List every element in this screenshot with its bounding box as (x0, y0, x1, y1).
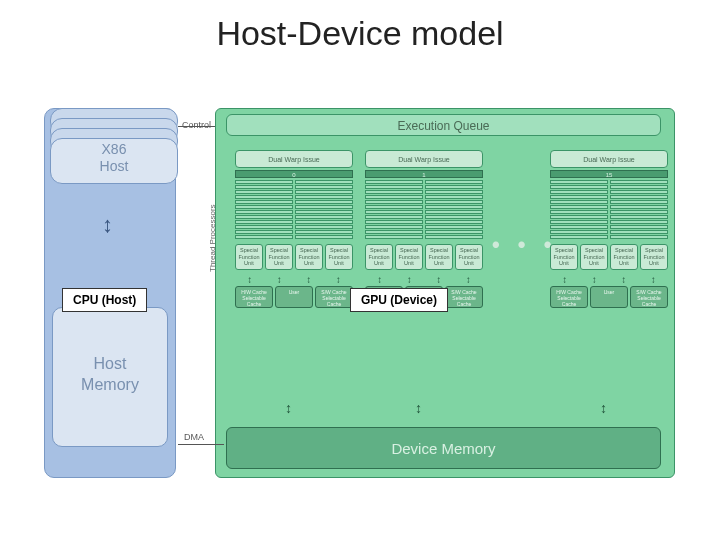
func-unit: Special Function Unit (640, 244, 668, 270)
sm-index: 0 (235, 170, 353, 178)
arrow-row: ↕↕↕↕ (550, 274, 668, 284)
cpu-label-1: X86 (51, 141, 177, 158)
cache-hw: H/W Cache Selectable Cache (550, 286, 588, 308)
func-unit: Special Function Unit (395, 244, 423, 270)
cpu-front: X86 Host (50, 138, 178, 184)
device-memory: Device Memory (226, 427, 661, 469)
func-unit: Special Function Unit (365, 244, 393, 270)
control-label: Control (182, 120, 211, 130)
func-unit: Special Function Unit (455, 244, 483, 270)
gpu-callout: GPU (Device) (350, 288, 448, 312)
cpu-label-2: Host (51, 158, 177, 175)
cache-user: User (590, 286, 628, 308)
sm-index: 1 (365, 170, 483, 178)
cache-sw: S/W Cache Selectable Cache (315, 286, 353, 308)
dma-line (178, 444, 224, 445)
arrow-row: ↕↕↕↕ (235, 274, 353, 284)
arrow-icon: ↕ (285, 400, 292, 416)
func-unit: Special Function Unit (550, 244, 578, 270)
func-unit: Special Function Unit (425, 244, 453, 270)
dma-label: DMA (184, 432, 204, 442)
arrow-row: ↕↕↕↕ (365, 274, 483, 284)
host-mem-label-1: Host (53, 354, 167, 375)
cache-sw: S/W Cache Selectable Cache (630, 286, 668, 308)
slide-title: Host-Device model (0, 0, 720, 53)
cache-hw: H/W Cache Selectable Cache (235, 286, 273, 308)
sm-block: Dual Warp Issue 0 Special Function Unit … (235, 150, 353, 385)
warp-issue: Dual Warp Issue (365, 150, 483, 168)
host-mem-label-2: Memory (53, 375, 167, 396)
execution-queue: Execution Queue (226, 114, 661, 136)
func-unit: Special Function Unit (265, 244, 293, 270)
arrow-icon: ↕ (600, 400, 607, 416)
sm-block: Dual Warp Issue 1 Special Function Unit … (365, 150, 483, 385)
arrow-icon: ↕ (102, 212, 113, 238)
cache-sw: S/W Cache Selectable Cache (445, 286, 483, 308)
func-unit: Special Function Unit (325, 244, 353, 270)
sm-index: 15 (550, 170, 668, 178)
func-unit: Special Function Unit (235, 244, 263, 270)
func-unit: Special Function Unit (580, 244, 608, 270)
cpu-callout: CPU (Host) (62, 288, 147, 312)
diagram: X86 Host ↕ Host Memory Control Thread Pr… (40, 102, 680, 502)
warp-issue: Dual Warp Issue (550, 150, 668, 168)
func-unit: Special Function Unit (295, 244, 323, 270)
lanes (550, 180, 668, 240)
lanes (235, 180, 353, 240)
cache-user: User (275, 286, 313, 308)
sm-block: Dual Warp Issue 15 Special Function Unit… (550, 150, 668, 385)
arrow-icon: ↕ (415, 400, 422, 416)
host-memory: Host Memory (52, 307, 168, 447)
cpu-stack: X86 Host (50, 108, 178, 172)
warp-issue: Dual Warp Issue (235, 150, 353, 168)
func-unit: Special Function Unit (610, 244, 638, 270)
ellipsis-icon: • • • (492, 232, 557, 258)
lanes (365, 180, 483, 240)
